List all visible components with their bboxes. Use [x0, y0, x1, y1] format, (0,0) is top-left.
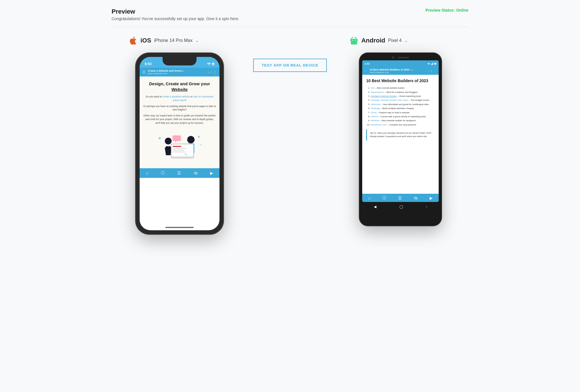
android-back-btn[interactable]: ← — [364, 69, 367, 73]
list-tab-icon[interactable]: ☰ — [177, 171, 181, 175]
list-item: Webnode – Very affordable and great for … — [371, 103, 435, 106]
android-camera — [392, 56, 394, 59]
list-item: Wix – Best overall website builder — [371, 86, 435, 90]
android-home-tab[interactable]: ⌂ — [368, 196, 370, 200]
android-list: Wix – Best overall website builder Squar… — [366, 86, 435, 127]
android-inner: 1:53 — [362, 60, 439, 202]
more-icon[interactable]: ⋮ — [213, 70, 217, 74]
android-info-tab[interactable]: ⓘ — [382, 195, 386, 201]
info-tab-icon[interactable]: ⓘ — [161, 171, 165, 176]
list-item: WordPress.com – Complex but very powerfu… — [371, 123, 435, 127]
android-device-chevron[interactable]: ⌄ — [404, 38, 408, 43]
back-icon[interactable]: ‹ — [208, 70, 209, 74]
iphone-browser-bar: ☰ Create a Website and Grow l... www.too… — [140, 68, 219, 76]
ios-device-selector: iOS iPhone 14 Pro Max ⌄ — [129, 36, 199, 45]
list-link-1[interactable]: Wix — [371, 87, 374, 89]
page-header: Preview Congratulations! You've successf… — [112, 8, 468, 27]
android-nav-forward[interactable]: › — [431, 69, 432, 73]
android-os-name: Android — [361, 37, 385, 44]
list-item: IONOS – Comes with a good variety of mar… — [371, 115, 435, 119]
android-recents-system[interactable]: ▫ — [426, 205, 427, 209]
android-device-selector: Android Pixel 4 ⌄ — [349, 36, 408, 45]
android-browser-title: 16 Best Website Builders in 2023 –... — [370, 68, 426, 71]
android-browser-url: www.tooltester.com — [370, 71, 426, 74]
list-link-9[interactable]: Webflow — [371, 119, 379, 122]
ios-device-col: iOS iPhone 14 Pro Max ⌄ 8:53 — [112, 36, 248, 234]
svg-rect-9 — [173, 148, 187, 149]
list-link-6[interactable]: Strikingly — [371, 107, 380, 110]
android-bag-tab[interactable]: 🛍 — [414, 196, 418, 200]
android-frame: 1:53 — [359, 53, 442, 226]
svg-marker-13 — [198, 135, 200, 138]
create-link[interactable]: create a standout website — [162, 95, 190, 98]
list-link-5[interactable]: Webnode — [371, 103, 380, 106]
android-list-tab[interactable]: ☰ — [398, 196, 402, 200]
forward-icon[interactable]: › — [210, 70, 212, 74]
hamburger-icon[interactable]: ☰ — [142, 70, 146, 74]
list-item: Strikingly – Build multiple websites che… — [371, 106, 435, 110]
android-top — [362, 56, 439, 59]
android-back-system[interactable]: ◀ — [374, 205, 376, 209]
devices-row: iOS iPhone 14 Pro Max ⌄ 8:53 — [112, 36, 468, 234]
iphone-browser-nav: ‹ › ⋮ — [208, 70, 217, 74]
android-bottom-nav: ⌂ ⓘ ☰ 🛍 ▶ — [362, 194, 439, 202]
list-link-8[interactable]: IONOS — [371, 115, 378, 118]
iphone-browser-url: www.tooltester.com — [148, 72, 205, 75]
iphone-url-area: Create a Website and Grow l... www.toolt… — [148, 69, 205, 75]
android-home-system[interactable]: ◯ — [399, 205, 403, 209]
android-tip-box: Tip #1: Have you already checked out our… — [366, 129, 435, 140]
list-link-3[interactable]: GoDaddy Website Builder — [371, 95, 397, 97]
iphone-illustration: % — [143, 127, 216, 164]
home-tab-icon[interactable]: ⌂ — [146, 171, 148, 175]
svg-rect-25 — [357, 39, 358, 41]
android-content-heading: 10 Best Website Builders of 2023 — [366, 78, 435, 83]
list-link-4[interactable]: Hostinger Website Builder (was Zyro) — [371, 99, 408, 101]
list-link-2[interactable]: Squarespace — [371, 91, 384, 93]
iphone-content: Design, Create and Grow your Website Do … — [140, 76, 219, 168]
android-status-bar: 1:53 — [362, 60, 439, 67]
android-nav-back[interactable]: ‹ — [428, 69, 429, 73]
iphone-content-p3: Either way, our expert team is here to g… — [143, 114, 216, 125]
android-tip-text: Tip #1: Have you already checked out our… — [370, 132, 431, 138]
ios-device-chevron[interactable]: ⌄ — [195, 38, 199, 43]
svg-rect-2 — [212, 63, 214, 65]
android-system-bar: ◀ ◯ ▫ — [362, 202, 439, 210]
svg-rect-1 — [213, 63, 214, 63]
middle-col: TEST APP ON REAL DEVICE — [253, 36, 327, 72]
test-on-device-button[interactable]: TEST APP ON REAL DEVICE — [253, 59, 327, 72]
svg-rect-18 — [352, 42, 353, 44]
android-content: 10 Best Website Builders of 2023 Wix – B… — [362, 75, 439, 194]
website-underline: Website — [171, 87, 187, 92]
svg-rect-29 — [433, 63, 433, 65]
page-title: Preview — [112, 8, 239, 15]
play-tab-icon[interactable]: ▶ — [210, 171, 213, 175]
android-battery-icon — [434, 63, 436, 65]
page-subtitle: Congratulations! You've successfully set… — [112, 16, 239, 21]
svg-point-3 — [165, 138, 172, 144]
illustration-svg: % — [151, 128, 208, 162]
svg-rect-26 — [431, 64, 432, 65]
iphone-frame: 8:53 ☰ Create a Website and Grow l... ww… — [136, 53, 223, 234]
apple-icon — [129, 36, 138, 45]
iphone-notch — [163, 57, 197, 65]
list-link-7[interactable]: Jimdo — [371, 111, 377, 114]
preview-status-value: Online — [456, 8, 468, 12]
iphone-time: 8:53 — [145, 60, 152, 66]
iphone-status-icons — [207, 60, 214, 65]
ios-device-name: iPhone 14 Pro Max — [154, 38, 193, 43]
svg-point-4 — [187, 136, 195, 143]
svg-rect-11 — [173, 152, 185, 152]
iphone-inner: 8:53 ☰ Create a Website and Grow l... ww… — [140, 57, 219, 230]
android-more-icon[interactable]: ⋮ — [434, 69, 436, 73]
bag-tab-icon[interactable]: 🛍 — [194, 171, 198, 175]
svg-rect-8 — [173, 146, 181, 147]
android-speaker — [398, 57, 409, 58]
list-link-10[interactable]: WordPress.com — [371, 123, 387, 126]
list-item: GoDaddy Website Builder – Great marketin… — [371, 94, 435, 98]
svg-marker-14 — [200, 144, 202, 146]
ios-os-name: iOS — [140, 37, 151, 44]
android-play-tab[interactable]: ▶ — [430, 196, 433, 200]
svg-rect-15 — [172, 135, 181, 141]
list-item: Hostinger Website Builder (was Zyro) – T… — [371, 98, 435, 102]
svg-point-20 — [352, 37, 353, 38]
